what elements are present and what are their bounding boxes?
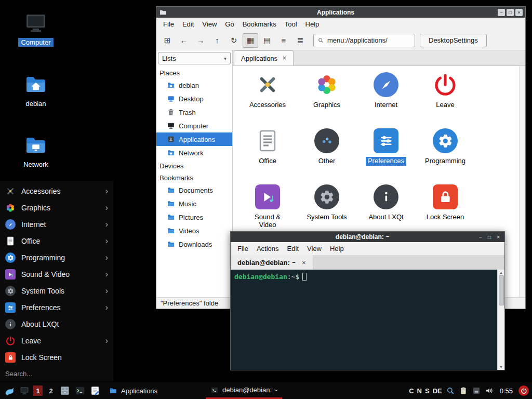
scroll-down-icon[interactable]: ▼: [499, 364, 503, 370]
start-menu-item-lock-screen[interactable]: Lock Screen: [0, 349, 113, 366]
start-menu-item-preferences[interactable]: Preferences ›: [0, 299, 113, 316]
app-accessories[interactable]: Accessories: [238, 72, 297, 128]
tray-icon[interactable]: [472, 386, 481, 395]
menu-tool[interactable]: Tool: [281, 19, 301, 30]
start-menu-item-accessories[interactable]: Accessories ›: [0, 183, 113, 200]
maximize-button[interactable]: □: [486, 233, 493, 241]
workspace-1-button[interactable]: 1: [33, 385, 43, 396]
show-desktop-button[interactable]: [19, 385, 30, 396]
terminal-launcher[interactable]: [74, 385, 86, 396]
sidebar-mode-combo[interactable]: Lists ▾: [158, 52, 231, 64]
start-menu-search[interactable]: [0, 366, 113, 381]
menu-go[interactable]: Go: [221, 19, 238, 30]
vertical-scrollbar[interactable]: [519, 66, 525, 297]
computer-icon: [167, 122, 175, 130]
file-manager-launcher[interactable]: [59, 385, 71, 396]
keyboard-layout-indicator[interactable]: DE: [433, 387, 442, 395]
task-applications[interactable]: Applications: [104, 382, 162, 399]
clock[interactable]: 0:55: [498, 387, 515, 395]
thumbnail-view-button[interactable]: ▤: [259, 33, 275, 48]
tab-close-icon[interactable]: ×: [302, 259, 306, 267]
menu-bookmarks[interactable]: Bookmarks: [238, 19, 281, 30]
app-graphics[interactable]: Graphics: [297, 72, 356, 128]
new-tab-button[interactable]: ⊞: [159, 33, 175, 48]
place-computer[interactable]: Computer: [156, 119, 232, 132]
app-internet[interactable]: Internet: [356, 72, 416, 128]
minimize-button[interactable]: −: [477, 233, 484, 241]
bookmark-downloads[interactable]: Downloads: [156, 237, 232, 251]
app-other[interactable]: Other: [297, 128, 356, 184]
file-manager-titlebar[interactable]: Applications − □ ×: [156, 7, 525, 18]
tab-applications[interactable]: Applications ×: [234, 50, 294, 65]
desktop-icon-debian[interactable]: debian: [14, 72, 58, 108]
desktop-icon-computer[interactable]: Computer: [14, 10, 58, 47]
start-menu-item-office[interactable]: Office ›: [0, 233, 113, 249]
power-button[interactable]: [518, 385, 529, 396]
app-office[interactable]: Office: [238, 128, 297, 184]
close-button[interactable]: ×: [495, 233, 502, 241]
scrollbar-thumb[interactable]: [499, 275, 504, 305]
menu-view[interactable]: View: [303, 243, 326, 254]
app-label: Accessories: [247, 101, 288, 110]
desktop-icon-network[interactable]: Network: [14, 132, 58, 169]
app-leave[interactable]: Leave: [416, 72, 475, 128]
scroll-up-icon[interactable]: ▲: [499, 270, 503, 275]
desktop-icon-label: debian: [23, 99, 48, 108]
search-icon: [317, 37, 324, 44]
maximize-button[interactable]: □: [507, 9, 514, 16]
start-menu-item-about-lxqt[interactable]: About LXQt: [0, 316, 113, 332]
menu-file[interactable]: File: [159, 19, 178, 30]
place-network[interactable]: Network: [156, 146, 232, 159]
place-trash[interactable]: Trash: [156, 105, 232, 119]
menu-actions[interactable]: Actions: [252, 243, 283, 254]
start-menu-item-programming[interactable]: Programming ›: [0, 249, 113, 266]
tab-close-icon[interactable]: ×: [283, 55, 286, 62]
path-bar[interactable]: menu://applications/: [313, 34, 415, 47]
icon-view-button[interactable]: ▦: [243, 33, 258, 48]
bookmark-pictures[interactable]: Pictures: [156, 210, 232, 224]
start-menu-item-leave[interactable]: Leave ›: [0, 332, 113, 349]
clipboard-icon[interactable]: [459, 386, 468, 395]
reload-button[interactable]: ↻: [226, 33, 242, 48]
terminal-scrollbar[interactable]: ▲ ▼: [497, 270, 504, 370]
chevron-down-icon: ▾: [224, 56, 227, 61]
screenshot-tool-icon[interactable]: [446, 386, 455, 395]
compact-view-button[interactable]: ≡: [276, 33, 291, 48]
terminal-screen[interactable]: debian@debian :~$: [231, 270, 497, 370]
menu-edit[interactable]: Edit: [178, 19, 198, 30]
bookmark-label: Downloads: [179, 241, 212, 248]
menu-view[interactable]: View: [198, 19, 221, 30]
bookmark-music[interactable]: Music: [156, 197, 232, 210]
bookmark-documents[interactable]: Documents: [156, 183, 232, 197]
start-menu-item-system-tools[interactable]: System Tools ›: [0, 283, 113, 299]
terminal-tab[interactable]: debian@debian: ~ ×: [231, 255, 313, 270]
forward-button[interactable]: →: [193, 33, 208, 48]
volume-icon[interactable]: [485, 386, 494, 395]
bookmark-videos[interactable]: Videos: [156, 224, 232, 237]
close-button[interactable]: ×: [515, 9, 523, 16]
menu-file[interactable]: File: [233, 243, 252, 254]
menu-help[interactable]: Help: [301, 19, 324, 30]
workspace-2-button[interactable]: 2: [46, 385, 56, 396]
terminal-titlebar[interactable]: debian@debian: ~ − □ ×: [231, 232, 504, 242]
detailed-view-button[interactable]: ≣: [292, 33, 308, 48]
place-debian[interactable]: debian: [156, 78, 232, 92]
menu-edit[interactable]: Edit: [283, 243, 303, 254]
text-editor-launcher[interactable]: [89, 385, 101, 396]
start-menu-item-internet[interactable]: Internet ›: [0, 216, 113, 233]
menu-help[interactable]: Help: [326, 243, 348, 254]
up-button[interactable]: ↑: [209, 33, 225, 48]
file-manager-tabbar: Applications ×: [233, 50, 525, 66]
search-input[interactable]: [5, 370, 108, 378]
start-menu-item-sound-video[interactable]: Sound & Video ›: [0, 266, 113, 283]
minimize-button[interactable]: −: [498, 9, 505, 16]
back-button[interactable]: ←: [176, 33, 192, 48]
start-menu-item-graphics[interactable]: Graphics ›: [0, 200, 113, 216]
start-menu-button[interactable]: [3, 384, 16, 397]
place-applications[interactable]: Applications: [156, 132, 232, 146]
task-terminal[interactable]: debian@debian: ~: [206, 382, 282, 399]
desktop-settings-button[interactable]: DesktopSettings: [420, 34, 487, 47]
app-programming[interactable]: Programming: [416, 128, 475, 184]
app-preferences[interactable]: Preferences: [356, 128, 416, 184]
place-desktop[interactable]: Desktop: [156, 92, 232, 105]
